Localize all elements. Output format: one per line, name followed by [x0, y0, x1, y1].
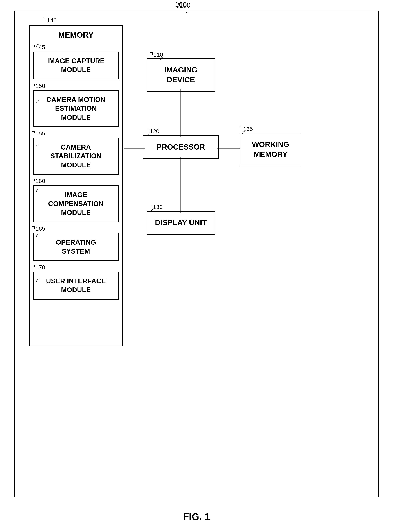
display-unit-box: DISPLAY UNIT [147, 211, 215, 235]
ref-120: 120 [147, 128, 159, 135]
processor-box: PROCESSOR [143, 135, 219, 159]
ref-155: 155 [32, 130, 119, 137]
ref-150: 150 [32, 83, 119, 89]
diagram-container: /100 [15, 11, 378, 497]
image-capture-module-box: IMAGE CAPTUREMODULE [33, 52, 119, 79]
user-interface-module-box: USER INTERFACEMODULE [33, 272, 119, 300]
operating-system-box: OPERATINGSYSTEM [33, 233, 119, 261]
working-memory-box: WORKING MEMORY [240, 133, 301, 166]
camera-motion-estimation-module-box: CAMERA MOTIONESTIMATIONMODULE [33, 90, 119, 127]
ref-165: 165 [32, 225, 119, 232]
figure-label: FIG. 1 [183, 511, 210, 522]
image-compensation-module-box: IMAGECOMPENSATIONMODULE [33, 185, 119, 222]
ref-145: 145 [32, 44, 119, 51]
camera-stabilization-module-box: CAMERASTABILIZATIONMODULE [33, 138, 119, 174]
ref-160: 160 [32, 178, 119, 184]
ref-130: 130 [150, 204, 163, 210]
memory-label: MEMORY [29, 26, 122, 42]
ref-110: 110 [150, 51, 163, 58]
ref-100-label: 100 [172, 1, 187, 9]
ref-170: 170 [32, 264, 119, 271]
ref-135: 135 [240, 126, 253, 132]
ref-140: 140 [44, 17, 57, 24]
memory-outer-box: MEMORY 145 IMAGE CAPTUREMODULE 150 CAMER… [29, 25, 123, 346]
imaging-device-box: IMAGING DEVICE [147, 58, 215, 92]
